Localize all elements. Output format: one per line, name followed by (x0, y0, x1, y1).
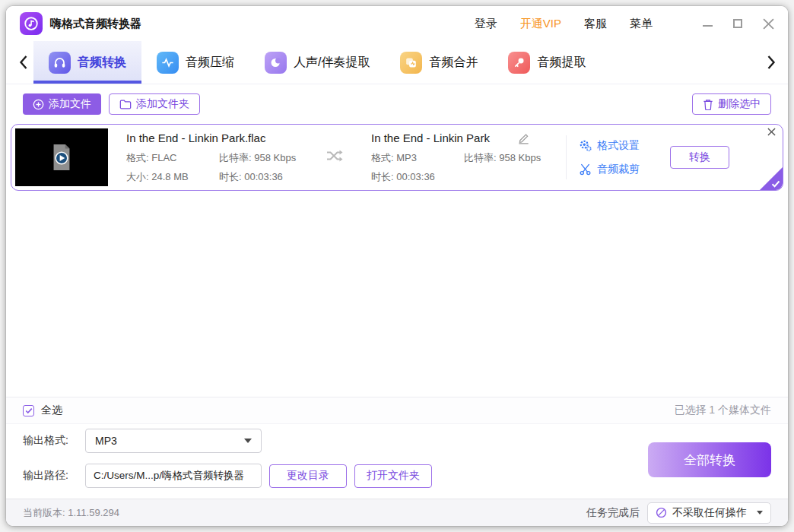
file-list: In the End - Linkin Park.flac 格式: FLAC 比… (6, 122, 788, 397)
app-window: 嗨格式音频转换器 登录 开通VIP 客服 菜单 音频转换 (6, 6, 788, 526)
after-task-value: 不采取任何操作 (672, 506, 747, 520)
tab-audio-merge[interactable]: 音频合并 (385, 41, 493, 84)
merge-icon (400, 52, 422, 74)
audio-trim-label: 音频裁剪 (597, 163, 640, 176)
login-link[interactable]: 登录 (475, 17, 497, 31)
change-directory-button[interactable]: 更改目录 (269, 464, 347, 488)
headphones-icon (49, 52, 71, 74)
minimize-button[interactable] (701, 17, 713, 30)
target-format: 格式: MP3 (371, 151, 464, 165)
source-duration: 时长: 00:03:36 (219, 170, 324, 184)
output-settings: 输出格式: MP3 输出路径: 更改目录 打开文件夹 全部转换 (6, 424, 788, 499)
audio-trim-button[interactable]: 音频裁剪 (579, 163, 664, 176)
output-format-label: 输出格式: (23, 434, 85, 448)
add-folder-button[interactable]: 添加文件夹 (109, 93, 200, 115)
source-format: 格式: FLAC (126, 151, 219, 165)
source-title: In the End - Linkin Park.flac (126, 131, 324, 144)
target-info: In the End - Linkin Park 格式: MP3 比特率: 95… (371, 131, 563, 184)
tab-label: 音频合并 (429, 55, 478, 71)
after-task-dropdown[interactable]: 不采取任何操作 (647, 502, 771, 524)
edit-title-icon[interactable] (517, 131, 530, 144)
folder-icon (119, 99, 132, 109)
tab-label: 音频压缩 (186, 55, 234, 71)
menu-link[interactable]: 菜单 (630, 17, 653, 31)
file-thumbnail (15, 128, 108, 186)
chevron-down-icon (757, 511, 763, 515)
gear-icon (579, 139, 592, 152)
waveform-icon (157, 52, 179, 74)
support-link[interactable]: 客服 (584, 17, 607, 31)
add-file-button[interactable]: 添加文件 (23, 93, 101, 115)
chevron-down-icon (244, 439, 252, 443)
output-format-select[interactable]: MP3 (85, 429, 262, 453)
selected-check-icon (771, 180, 780, 188)
tab-label: 音频转换 (78, 55, 126, 71)
output-path-label: 输出路径: (23, 469, 85, 483)
no-action-icon (656, 507, 667, 518)
file-card[interactable]: In the End - Linkin Park.flac 格式: FLAC 比… (11, 124, 783, 191)
tab-audio-extract[interactable]: 音频提取 (493, 41, 601, 84)
format-settings-button[interactable]: 格式设置 (579, 139, 664, 153)
source-bitrate: 比特率: 958 Kbps (219, 151, 324, 165)
file-toolbar: 添加文件 添加文件夹 删除选中 (6, 84, 788, 122)
trash-icon (703, 99, 713, 110)
target-title: In the End - Linkin Park (371, 131, 490, 144)
selected-count-text: 已选择 1 个媒体文件 (674, 404, 771, 417)
select-all-label: 全选 (41, 404, 62, 417)
source-info: In the End - Linkin Park.flac 格式: FLAC 比… (126, 131, 324, 184)
delete-selected-label: 删除选中 (718, 97, 761, 111)
card-divider (566, 135, 567, 179)
target-duration: 时长: 00:03:36 (371, 170, 464, 184)
tab-label: 人声/伴奏提取 (294, 55, 370, 71)
scissors-icon (579, 163, 592, 176)
convert-button[interactable]: 转换 (670, 146, 729, 169)
output-path-input[interactable] (85, 464, 262, 488)
microphone-icon (508, 52, 530, 74)
after-task-label: 任务完成后 (586, 506, 640, 520)
app-title: 嗨格式音频转换器 (50, 17, 141, 31)
status-bar: 当前版本: 1.11.59.294 任务完成后 不采取任何操作 (6, 499, 788, 526)
target-bitrate: 比特率: 958 Kbps (464, 151, 563, 165)
remove-file-icon[interactable] (767, 128, 776, 136)
vip-link[interactable]: 开通VIP (520, 17, 561, 31)
selection-bar: 全选 已选择 1 个媒体文件 (6, 397, 788, 424)
tab-audio-convert[interactable]: 音频转换 (33, 41, 141, 84)
select-all-checkbox[interactable] (23, 405, 34, 416)
add-file-label: 添加文件 (49, 97, 91, 111)
title-bar: 嗨格式音频转换器 登录 开通VIP 客服 菜单 (6, 6, 788, 41)
shuffle-icon (326, 148, 344, 166)
open-folder-button[interactable]: 打开文件夹 (354, 464, 432, 488)
format-settings-label: 格式设置 (597, 139, 640, 153)
delete-selected-button[interactable]: 删除选中 (692, 93, 771, 115)
tabs-scroll-right-icon[interactable] (761, 41, 782, 84)
version-text: 当前版本: 1.11.59.294 (23, 506, 119, 520)
tab-vocal-extract[interactable]: 人声/伴奏提取 (249, 41, 385, 84)
close-button[interactable] (762, 17, 774, 30)
source-size: 大小: 24.8 MB (126, 170, 219, 184)
add-folder-label: 添加文件夹 (136, 97, 189, 111)
convert-all-button[interactable]: 全部转换 (648, 442, 771, 477)
tabs-scroll-left-icon[interactable] (12, 41, 33, 84)
output-format-value: MP3 (95, 435, 117, 447)
tab-audio-compress[interactable]: 音频压缩 (141, 41, 249, 84)
app-logo-icon (20, 12, 43, 35)
vocal-icon (265, 52, 287, 74)
maximize-button[interactable] (732, 17, 744, 30)
plus-circle-icon (33, 99, 44, 110)
feature-tab-bar: 音频转换 音频压缩 人声/伴奏提取 音频合并 (6, 41, 788, 84)
media-file-icon (49, 143, 75, 172)
tab-label: 音频提取 (537, 55, 586, 71)
